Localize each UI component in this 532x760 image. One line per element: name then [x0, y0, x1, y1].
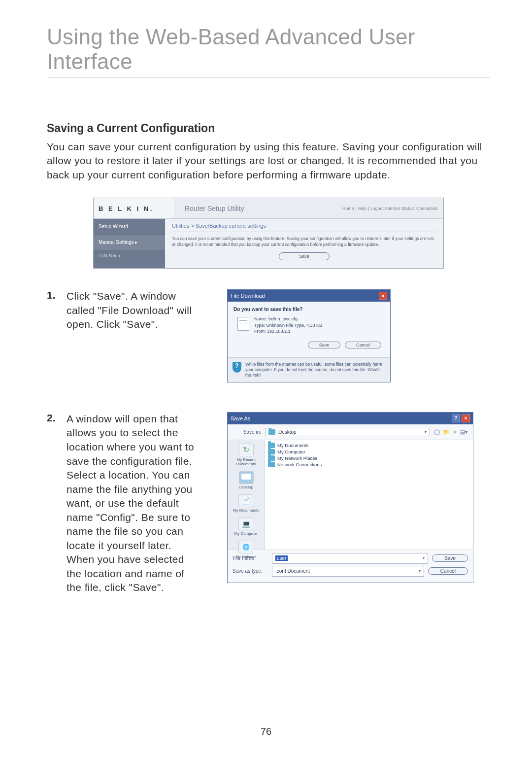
file-type-line: Type: Unknown File Type, 4.33 KB	[254, 322, 322, 329]
savetype-field[interactable]: .conf Document ▾	[272, 566, 424, 577]
router-main-panel: Utilities > Save/Backup current settings…	[165, 219, 443, 268]
router-nav-links: Home | Help | Logout Internet Status: Co…	[342, 206, 437, 211]
brand-logo: B E L K I N.	[94, 198, 174, 219]
list-item[interactable]: My Computer	[268, 449, 470, 455]
places-bar: My Recent Documents Desktop My Documents	[228, 440, 265, 550]
page-number: 76	[0, 726, 532, 737]
computer-icon	[238, 518, 253, 530]
page-title: Using the Web-Based Advanced User Interf…	[47, 25, 490, 77]
toolbar-icons: ◯ 📁 ✧ ▤▾	[434, 429, 468, 435]
file-name-line: Name: belkin_ewc.cfg	[254, 316, 322, 322]
savein-value: Desktop	[278, 429, 297, 435]
list-item[interactable]: My Network Places	[268, 455, 470, 461]
step-number: 2.	[47, 412, 59, 424]
folder-icon	[268, 462, 275, 467]
router-screenshot: B E L K I N. Router Setup Utility Home |…	[93, 198, 444, 269]
download-cancel-button[interactable]: Cancel	[345, 342, 381, 348]
list-item[interactable]: Network Connections	[268, 461, 470, 468]
savein-label: Save in:	[233, 429, 261, 435]
saveas-save-button[interactable]: Save	[432, 554, 468, 562]
shield-icon	[233, 362, 241, 373]
list-item[interactable]: My Documents	[268, 442, 470, 449]
file-from-line: From: 192.168.2.1	[254, 328, 322, 335]
up-icon[interactable]: 📁	[443, 429, 450, 435]
section-heading: Saving a Current Configuration	[47, 122, 490, 135]
filename-label: File name:	[233, 555, 268, 561]
document-icon	[237, 317, 249, 331]
save-as-dialog: Save As ? × Save in: Desktop ▾	[227, 412, 473, 583]
place-recent[interactable]: My Recent Documents	[228, 442, 265, 468]
network-icon	[238, 541, 253, 553]
savetype-value: .conf Document	[275, 568, 310, 574]
place-mydocs[interactable]: My Documents	[232, 493, 260, 514]
file-download-title: File Download	[231, 293, 265, 299]
section-intro: You can save your current configuration …	[47, 140, 490, 182]
place-desktop[interactable]: Desktop	[238, 470, 255, 491]
filename-field[interactable]: user ▾	[272, 553, 428, 564]
place-label: Desktop	[239, 485, 253, 489]
list-item-label: My Computer	[277, 449, 305, 454]
folder-icon	[268, 429, 275, 435]
filename-value: user	[275, 555, 288, 561]
sidebar-item-wizard[interactable]: Setup Wizard	[94, 219, 165, 235]
help-icon[interactable]: ?	[452, 415, 460, 422]
views-icon[interactable]: ▤▾	[460, 429, 468, 435]
close-icon[interactable]: ×	[379, 292, 387, 300]
file-download-dialog: File Download × Do you want to save this…	[227, 289, 391, 382]
sidebar-item-lan-setup[interactable]: LAN Setup	[94, 250, 165, 262]
chevron-down-icon: ▾	[419, 569, 421, 573]
desktop-icon	[239, 471, 254, 484]
savein-combo[interactable]: Desktop ▾	[265, 428, 430, 436]
download-question: Do you want to save this file?	[233, 307, 384, 312]
recent-icon	[239, 444, 254, 456]
step-number: 1.	[47, 289, 59, 301]
save-as-title: Save As	[231, 415, 250, 421]
chevron-down-icon: ▾	[425, 430, 427, 434]
download-save-button[interactable]: Save	[308, 342, 341, 348]
new-folder-icon[interactable]: ✧	[453, 429, 457, 435]
breadcrumb: Utilities > Save/Backup current settings	[172, 223, 436, 232]
save-button[interactable]: Save	[279, 252, 330, 260]
saveas-cancel-button[interactable]: Cancel	[428, 567, 468, 575]
list-item-label: Network Connections	[277, 462, 322, 467]
router-sidebar: Setup Wizard Manual Settings ▸ LAN Setup	[94, 219, 165, 268]
place-label: My Documents	[233, 508, 259, 513]
router-utility-title: Router Setup Utility	[185, 205, 244, 212]
back-icon[interactable]: ◯	[434, 429, 440, 435]
list-item-label: My Network Places	[277, 455, 317, 461]
router-description: You can save your current configuration …	[172, 236, 436, 247]
close-icon[interactable]: ×	[462, 415, 470, 422]
download-warning: While files from the Internet can be use…	[245, 362, 385, 378]
place-label: My Computer	[234, 531, 258, 536]
place-mycomp[interactable]: My Computer	[233, 516, 259, 537]
sidebar-item-manual[interactable]: Manual Settings ▸	[94, 235, 165, 250]
savetype-label: Save as type:	[233, 568, 268, 574]
place-label: My Recent Documents	[229, 457, 264, 466]
list-item-label: My Documents	[277, 443, 308, 448]
chevron-down-icon: ▾	[423, 556, 425, 560]
step-text: A window will open that allows you to se…	[66, 412, 200, 595]
documents-icon	[238, 494, 253, 507]
file-list[interactable]: My Documents My Computer My Network Plac…	[265, 440, 473, 550]
step-text: Click "Save". A window called "File Down…	[66, 289, 200, 332]
